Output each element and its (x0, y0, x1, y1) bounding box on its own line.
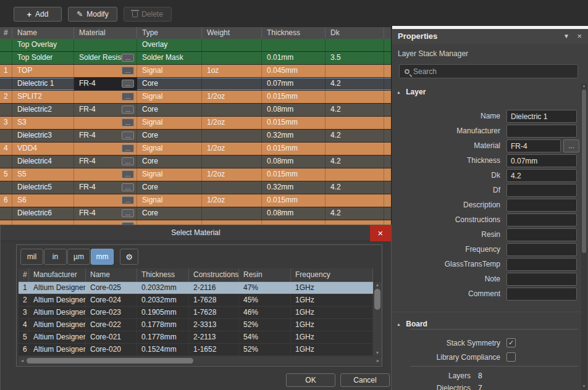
scroll-down-icon[interactable]: ▼ (581, 384, 587, 389)
dialog-title-bar[interactable]: Select Material × (1, 225, 391, 241)
stack-row[interactable]: Dielectric6FR-4…Core0.08mm4.2 (0, 207, 392, 220)
material-browse-button[interactable]: … (122, 183, 134, 191)
material-row[interactable]: 1Altium DesignerCore-0250.2032mm2-211647… (19, 282, 373, 294)
material-cell-1: Altium Designer (29, 294, 86, 306)
material-browse-button[interactable]: … (122, 144, 134, 152)
unit-button-in[interactable]: in (44, 249, 67, 265)
stack-row[interactable]: 4VDD4…Signal1/2oz0.015mm (0, 143, 392, 156)
material-table-vscrollbar[interactable]: ▲ ▼ (373, 282, 382, 356)
scroll-up-icon[interactable]: ▲ (581, 83, 587, 89)
add-button[interactable]: + Add (14, 7, 62, 22)
stack-row[interactable]: 6S6…Signal1/2oz0.015mm (0, 194, 392, 207)
ok-button[interactable]: OK (286, 373, 335, 387)
property-row-resin: Resin (392, 228, 583, 241)
props-scroll-thumb[interactable] (582, 89, 586, 253)
property-input-df[interactable] (506, 184, 577, 197)
stack-row[interactable]: 1TOP…Signal1oz0.045mm (0, 65, 392, 78)
type-cell: Solder Mask (137, 52, 202, 64)
property-input-glasstranstemp[interactable] (506, 258, 577, 271)
scroll-down-icon[interactable]: ▼ (373, 350, 382, 356)
weight-cell: 1/2oz (202, 91, 262, 103)
search-icon (405, 69, 410, 74)
material-cell-2: Core-020 (86, 344, 137, 355)
material-browse-button[interactable]: … (122, 209, 134, 217)
search-input[interactable] (410, 67, 578, 76)
layer-section-header[interactable]: ▲ Layer (397, 88, 426, 96)
delete-button[interactable]: Delete (124, 7, 172, 22)
search-box[interactable] (399, 64, 578, 78)
property-input-material[interactable] (506, 139, 561, 152)
material-row[interactable]: 5Altium DesignerCore-0210.1778mm2-211354… (19, 331, 373, 344)
units-settings-button[interactable]: ⚙ (120, 249, 138, 265)
material-row[interactable]: 6Altium DesignerCore-0200.1524mm1-165252… (19, 344, 373, 356)
material-browse-button[interactable]: … (122, 170, 134, 178)
checkbox-checked[interactable]: ✓ (506, 338, 516, 347)
property-input-frequency[interactable] (506, 243, 577, 256)
stack-column-header-4: Weight (202, 27, 262, 39)
material-row[interactable]: 4Altium DesignerCore-0220.1778mm2-331352… (19, 319, 373, 331)
stat-label: Layers (392, 371, 471, 380)
material-browse-button[interactable]: … (122, 106, 134, 114)
modify-button[interactable]: ✎ Modify (68, 7, 117, 22)
property-input-thickness[interactable] (506, 154, 577, 167)
stack-row[interactable]: Top OverlayOverlay (0, 39, 392, 52)
hscroll-thumb[interactable] (27, 358, 193, 363)
type-cell: Core (137, 104, 202, 116)
unit-button-mm[interactable]: mm (91, 249, 114, 265)
scroll-up-icon[interactable]: ▲ (373, 282, 382, 288)
stack-row[interactable]: Dielectric5FR-4…Core0.32mm4.2 (0, 181, 392, 194)
type-cell: Signal (137, 143, 202, 155)
stack-row[interactable]: Dielectric 1FR-4…Core0.07mm4.2 (0, 78, 392, 91)
stack-row[interactable]: 2SPLIT2…Signal1/2oz0.015mm (0, 91, 392, 104)
cancel-button[interactable]: Cancel (340, 373, 390, 387)
stack-row[interactable]: 5S5…Signal1/2oz0.015mm (0, 168, 392, 181)
unit-button-µm[interactable]: µm (67, 249, 90, 265)
scroll-right-icon[interactable]: ► (374, 357, 382, 365)
property-label: Thickness (392, 156, 500, 165)
property-input-note[interactable] (506, 273, 577, 286)
material-cell-4: 1-7628 (189, 294, 239, 306)
checkbox-label: Stack Symmetry (392, 339, 500, 347)
stack-row[interactable]: Top SolderSolder Resist…Solder Mask0.01m… (0, 52, 392, 65)
type-cell: Overlay (137, 39, 202, 51)
material-browse-button[interactable]: … (122, 131, 134, 139)
stack-row[interactable]: 3S3…Signal1/2oz0.015mm (0, 117, 392, 130)
material-cell-3: 0.2032mm (137, 294, 189, 306)
material-cell-0: 5 (19, 331, 29, 343)
material-browse-button[interactable]: … (122, 54, 134, 62)
properties-scrollbar[interactable]: ▲ ▼ (581, 83, 587, 390)
material-column-header-5: Resin (239, 268, 291, 281)
material-browse-button[interactable]: … (122, 93, 134, 101)
stack-row[interactable]: Dielectric4FR-4…Core0.08mm4.2 (0, 156, 392, 168)
property-input-resin[interactable] (506, 228, 577, 241)
checkbox-unchecked[interactable] (506, 352, 516, 362)
material-browse-button[interactable]: … (563, 139, 579, 152)
scroll-left-icon[interactable]: ◄ (19, 357, 26, 365)
stack-table-header: #NameMaterialTypeWeightThicknessDk (0, 27, 392, 39)
material-browse-button[interactable]: … (122, 157, 134, 165)
property-input-constructions[interactable] (506, 214, 577, 226)
material-browse-button[interactable]: … (122, 80, 134, 88)
dk-cell (326, 168, 384, 181)
property-input-description[interactable] (506, 199, 577, 212)
panel-close-icon[interactable]: × (577, 31, 582, 41)
panel-dropdown-icon[interactable]: ▼ (563, 33, 569, 39)
material-row[interactable]: 3Altium DesignerCore-0230.1905mm1-762846… (19, 307, 373, 319)
stack-row[interactable]: Dielectric3FR-4…Core0.32mm4.2 (0, 130, 392, 143)
material-row[interactable]: 2Altium DesignerCore-0240.2032mm1-762845… (19, 294, 373, 307)
material-cell-3: 0.1778mm (137, 331, 189, 343)
stack-row[interactable]: Dielectric2FR-4…Core0.08mm4.2 (0, 104, 392, 117)
material-browse-button[interactable]: … (122, 67, 134, 75)
material-browse-button[interactable]: … (122, 196, 134, 204)
property-input-name[interactable] (506, 110, 577, 123)
property-label: Description (392, 201, 500, 209)
dialog-close-button[interactable]: × (370, 225, 391, 241)
board-section-header[interactable]: ▲ Board (397, 320, 427, 328)
material-table-hscrollbar[interactable]: ◄ ► (19, 357, 382, 365)
unit-button-mil[interactable]: mil (20, 249, 43, 265)
material-browse-button[interactable]: … (122, 118, 134, 127)
vscroll-thumb[interactable] (374, 289, 380, 310)
property-input-dk[interactable] (506, 169, 577, 182)
property-input-manufacturer[interactable] (506, 125, 577, 138)
property-input-comment[interactable] (506, 288, 577, 301)
